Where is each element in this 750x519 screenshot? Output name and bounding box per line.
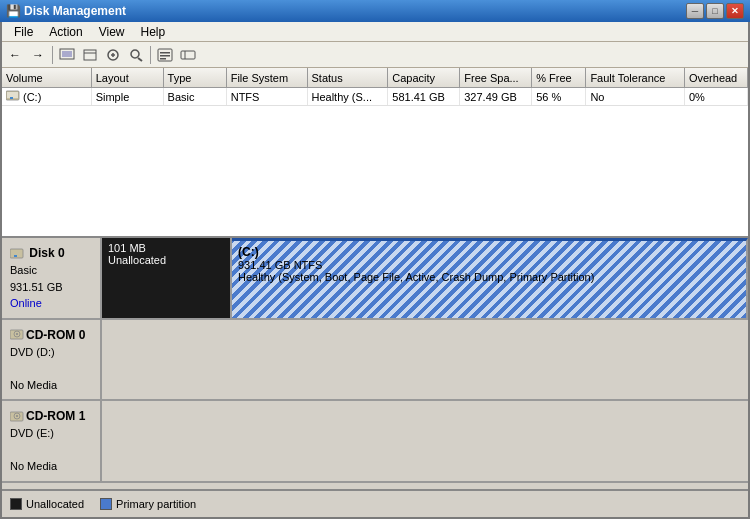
svg-rect-1 bbox=[62, 51, 72, 57]
legend-primary: Primary partition bbox=[100, 498, 196, 510]
disk-icon-0 bbox=[10, 246, 29, 260]
menu-help[interactable]: Help bbox=[133, 24, 174, 40]
toolbar-btn2[interactable] bbox=[79, 44, 101, 66]
svg-rect-10 bbox=[160, 58, 166, 60]
toolbar-sep-2 bbox=[150, 46, 151, 64]
partition-status-c: Healthy (System, Boot, Page File, Active… bbox=[238, 271, 740, 283]
cell-layout: Simple bbox=[92, 88, 164, 105]
legend-unallocated: Unallocated bbox=[10, 498, 84, 510]
col-type: Type bbox=[164, 68, 227, 87]
volume-table: Volume Layout Type File System Status Ca… bbox=[2, 68, 748, 238]
cdrom1-partitions bbox=[102, 401, 748, 481]
partition-unalloc-0[interactable]: 101 MB Unallocated bbox=[102, 238, 232, 318]
disk-row-cdrom1: CD-ROM 1 DVD (E:) No Media bbox=[2, 401, 748, 483]
cell-capacity: 581.41 GB bbox=[388, 88, 460, 105]
col-filesystem: File System bbox=[227, 68, 308, 87]
cell-volume: (C:) bbox=[2, 88, 92, 105]
cell-pct: 56 % bbox=[532, 88, 586, 105]
col-status: Status bbox=[308, 68, 389, 87]
col-free: Free Spa... bbox=[460, 68, 532, 87]
svg-rect-11 bbox=[181, 51, 195, 59]
window-controls: ─ □ ✕ bbox=[686, 3, 744, 19]
cell-fault: No bbox=[586, 88, 685, 105]
svg-point-23 bbox=[16, 415, 18, 417]
col-fault: Fault Tolerance bbox=[586, 68, 685, 87]
window-title: Disk Management bbox=[24, 4, 686, 18]
cdrom1-type: DVD (E:) bbox=[10, 425, 92, 442]
disk-map: Disk 0 Basic 931.51 GB Online 101 MB Una… bbox=[2, 238, 748, 489]
toolbar: ← → bbox=[2, 42, 748, 68]
svg-rect-8 bbox=[160, 52, 170, 54]
svg-rect-15 bbox=[10, 97, 13, 99]
col-volume: Volume bbox=[2, 68, 92, 87]
toolbar-back[interactable]: ← bbox=[4, 44, 26, 66]
svg-rect-9 bbox=[160, 55, 170, 57]
partition-name-c: (C:) bbox=[238, 245, 740, 259]
cdrom0-status: No Media bbox=[10, 377, 92, 394]
volume-name: (C:) bbox=[23, 91, 41, 103]
toolbar-btn4[interactable] bbox=[125, 44, 147, 66]
legend-box-primary bbox=[100, 498, 112, 510]
disk-name-0: Disk 0 bbox=[10, 244, 92, 262]
disk-row-0: Disk 0 Basic 931.51 GB Online 101 MB Una… bbox=[2, 238, 748, 320]
disk-label-0: Disk 0 Basic 931.51 GB Online bbox=[2, 238, 102, 318]
cell-free: 327.49 GB bbox=[460, 88, 532, 105]
disk-name-cdrom0: CD-ROM 0 bbox=[10, 326, 92, 344]
menu-view[interactable]: View bbox=[91, 24, 133, 40]
disk-label-cdrom0: CD-ROM 0 DVD (D:) No Media bbox=[2, 320, 102, 400]
cdrom0-partitions bbox=[102, 320, 748, 400]
partition-c-drive[interactable]: (C:) 931.41 GB NTFS Healthy (System, Boo… bbox=[232, 238, 748, 318]
disk-name-cdrom1: CD-ROM 1 bbox=[10, 407, 92, 425]
cell-overhead: 0% bbox=[685, 88, 748, 105]
toolbar-btn5[interactable] bbox=[154, 44, 176, 66]
disk-partitions-0: 101 MB Unallocated (C:) 931.41 GB NTFS H… bbox=[102, 238, 748, 318]
disk-row-cdrom0: CD-ROM 0 DVD (D:) No Media bbox=[2, 320, 748, 402]
minimize-button[interactable]: ─ bbox=[686, 3, 704, 19]
partition-label-unalloc: Unallocated bbox=[108, 254, 224, 266]
svg-point-20 bbox=[16, 333, 18, 335]
cdrom0-spacer bbox=[10, 360, 92, 377]
svg-line-6 bbox=[138, 58, 142, 61]
toolbar-sep-1 bbox=[52, 46, 53, 64]
svg-rect-17 bbox=[14, 255, 17, 257]
col-layout: Layout bbox=[92, 68, 164, 87]
title-bar: 💾 Disk Management ─ □ ✕ bbox=[0, 0, 750, 22]
legend-bar: Unallocated Primary partition bbox=[2, 489, 748, 517]
menu-action[interactable]: Action bbox=[41, 24, 90, 40]
partition-size-c: 931.41 GB NTFS bbox=[238, 259, 740, 271]
menu-bar: File Action View Help bbox=[2, 22, 748, 42]
cell-filesystem: NTFS bbox=[227, 88, 308, 105]
disk-size-0: 931.51 GB bbox=[10, 279, 92, 296]
drive-icon bbox=[6, 90, 20, 104]
legend-box-unalloc bbox=[10, 498, 22, 510]
cdrom0-type: DVD (D:) bbox=[10, 344, 92, 361]
legend-label-unalloc: Unallocated bbox=[26, 498, 84, 510]
col-capacity: Capacity bbox=[388, 68, 460, 87]
restore-button[interactable]: □ bbox=[706, 3, 724, 19]
close-button[interactable]: ✕ bbox=[726, 3, 744, 19]
col-overhead: Overhead bbox=[685, 68, 748, 87]
toolbar-btn1[interactable] bbox=[56, 44, 78, 66]
toolbar-btn6[interactable] bbox=[177, 44, 199, 66]
legend-label-primary: Primary partition bbox=[116, 498, 196, 510]
cdrom1-spacer bbox=[10, 442, 92, 459]
disk-type-0: Basic bbox=[10, 262, 92, 279]
col-pct: % Free bbox=[532, 68, 586, 87]
cell-status: Healthy (S... bbox=[308, 88, 389, 105]
svg-point-5 bbox=[131, 50, 139, 58]
table-header: Volume Layout Type File System Status Ca… bbox=[2, 68, 748, 88]
main-window: File Action View Help ← → Volume bbox=[0, 22, 750, 519]
partition-size-unalloc: 101 MB bbox=[108, 242, 224, 254]
disk-status-0: Online bbox=[10, 295, 92, 312]
toolbar-btn3[interactable] bbox=[102, 44, 124, 66]
app-icon: 💾 bbox=[6, 4, 20, 18]
menu-file[interactable]: File bbox=[6, 24, 41, 40]
toolbar-forward[interactable]: → bbox=[27, 44, 49, 66]
cell-type: Basic bbox=[164, 88, 227, 105]
table-row[interactable]: (C:) Simple Basic NTFS Healthy (S... 581… bbox=[2, 88, 748, 106]
svg-rect-2 bbox=[84, 50, 96, 60]
disk-label-cdrom1: CD-ROM 1 DVD (E:) No Media bbox=[2, 401, 102, 481]
cdrom1-status: No Media bbox=[10, 458, 92, 475]
